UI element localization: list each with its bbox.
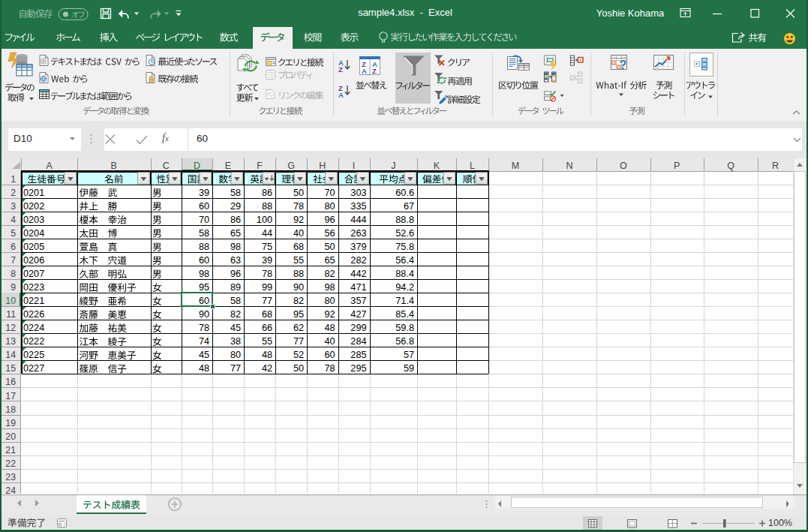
svg-text:Z: Z xyxy=(372,67,377,75)
svg-text:A: A xyxy=(338,91,344,99)
svg-text:A: A xyxy=(362,67,367,75)
svg-text:?: ? xyxy=(620,59,627,71)
svg-text:Z: Z xyxy=(338,65,343,74)
